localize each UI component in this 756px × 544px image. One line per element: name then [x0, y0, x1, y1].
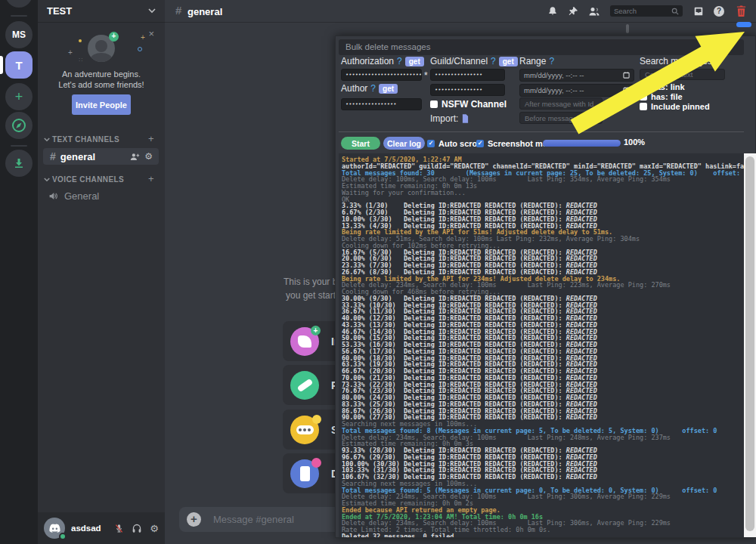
max-date-input[interactable]: mm/dd/yyyy, --:-- -- — [519, 84, 634, 97]
include-pinned-row[interactable]: Include pinned — [640, 102, 710, 111]
help-link[interactable]: ? — [491, 56, 496, 66]
nsfw-checkbox-row[interactable]: NSFW Channel — [430, 99, 507, 110]
author-input[interactable]: •••••••••••••••• — [341, 98, 422, 110]
after-message-id-input[interactable]: After message with Id — [519, 97, 603, 110]
help-link[interactable]: ? — [715, 56, 720, 66]
help-link[interactable]: ? — [370, 83, 376, 94]
panel-title[interactable]: Bulk delete messages — [339, 39, 744, 55]
has-link-checkbox[interactable] — [640, 83, 647, 91]
chat-bubble-icon — [290, 416, 319, 444]
username: asdsad — [71, 524, 101, 533]
close-icon[interactable]: × — [148, 30, 154, 38]
inbox-icon[interactable] — [693, 6, 704, 17]
microphone-muted-icon[interactable] — [114, 524, 124, 533]
containing-text-input[interactable]: Containing text — [640, 69, 725, 80]
auto-scroll-row[interactable]: ✓ Auto scroll — [427, 139, 482, 148]
get-guild-button[interactable]: get — [499, 57, 518, 66]
invite-to-channel-icon[interactable] — [130, 153, 140, 161]
include-pinned-checkbox[interactable] — [640, 103, 647, 110]
progress-fill — [543, 140, 621, 147]
voice-channel-name: General — [64, 190, 99, 202]
get-authorization-button[interactable]: get — [405, 57, 424, 66]
voice-channels-header[interactable]: VOICE CHANNELS — [52, 175, 124, 184]
explore-servers-button[interactable] — [5, 112, 33, 139]
min-date-input[interactable]: mm/dd/yyyy, --:-- -- — [519, 69, 634, 82]
home-button[interactable] — [5, 0, 33, 8]
calendar-icon[interactable] — [623, 72, 630, 79]
sparkle-dots: :: — [79, 56, 83, 63]
member-list-icon[interactable] — [588, 6, 600, 17]
channel-settings-gear-icon[interactable]: ⚙ — [144, 151, 153, 162]
log-output[interactable]: Started at 7/5/2020, 1:22:47 AMauthorId=… — [339, 153, 744, 537]
help-link[interactable]: ? — [549, 56, 554, 66]
calendar-icon[interactable] — [623, 87, 630, 94]
author-label: Author ? get — [341, 83, 398, 94]
sparkle-dot — [79, 39, 82, 42]
pinned-messages-icon[interactable] — [568, 6, 578, 17]
create-channel-icon[interactable]: + — [148, 133, 154, 144]
add-server-button[interactable]: + — [5, 83, 33, 110]
user-settings-gear-icon[interactable]: ⚙ — [150, 523, 159, 534]
invite-card-line1: An adventure begins. — [45, 70, 157, 79]
search-input[interactable]: Search — [610, 5, 683, 17]
avatar[interactable] — [44, 518, 65, 539]
server-button-test[interactable]: T — [5, 51, 33, 79]
divider — [339, 131, 744, 132]
log-line: Deleted 32 messages, 0 failed. — [342, 533, 744, 537]
has-file-row[interactable]: has: file — [640, 92, 683, 101]
download-apps-button[interactable] — [5, 150, 33, 177]
has-file-checkbox[interactable] — [640, 93, 647, 100]
category-collapse-icon[interactable] — [44, 178, 50, 182]
import-file-icon[interactable] — [462, 114, 469, 123]
search-placeholder: Search — [614, 7, 637, 15]
undiscord-trash-icon[interactable] — [736, 5, 747, 17]
invite-people-button[interactable]: Invite People — [72, 94, 131, 115]
log-scrollbar-thumb[interactable] — [745, 156, 754, 531]
nsfw-label: NSFW Channel — [442, 99, 507, 110]
log-line: Waiting for your confirmation... — [342, 190, 744, 196]
get-author-button[interactable]: get — [379, 84, 398, 94]
bulk-delete-panel: Bulk delete messages Authorization ? get… — [335, 36, 756, 538]
has-link-label: has: link — [651, 82, 685, 91]
auto-scroll-label: Auto scroll — [438, 139, 482, 148]
has-link-row[interactable]: has: link — [640, 82, 685, 91]
help-link[interactable]: ? — [397, 56, 402, 66]
screenshot-mode-checkbox[interactable]: ✓ — [476, 140, 484, 147]
channel-input[interactable]: ••••••••••••••• — [430, 84, 505, 96]
message-placeholder: Message #general — [213, 514, 294, 525]
channel-sidebar: TEST × + :: + + An adventure begins. Let… — [38, 0, 165, 544]
voice-channel-item-general[interactable]: General — [48, 190, 99, 202]
clear-log-button[interactable]: Clear log — [383, 137, 425, 150]
nsfw-checkbox[interactable] — [430, 100, 438, 108]
authorization-input[interactable]: •••••••••••••••••••••••••• — [341, 69, 422, 81]
range-label: Range ? — [519, 56, 554, 66]
server-header[interactable]: TEST — [38, 0, 165, 23]
category-collapse-icon[interactable] — [44, 138, 50, 142]
help-icon[interactable]: ? — [714, 6, 724, 17]
include-pinned-label: Include pinned — [651, 102, 710, 111]
undiscord-button-indicator — [736, 22, 751, 27]
import-row: Import: — [430, 113, 469, 124]
phone-icon — [290, 459, 319, 488]
headphones-icon[interactable] — [132, 524, 142, 533]
notifications-bell-icon[interactable] — [547, 6, 558, 17]
channel-item-general[interactable]: # general ⚙ — [43, 148, 159, 165]
sparkle-plus: + — [141, 33, 145, 42]
user-panel: asdsad ⚙ — [38, 512, 165, 544]
authorization-label: Authorization ? get — [341, 56, 424, 66]
text-channels-header[interactable]: TEXT CHANNELS — [52, 135, 119, 144]
server-button-ms[interactable]: MS — [5, 21, 33, 48]
server-rail: MS T + — [0, 0, 38, 544]
speaker-icon — [48, 191, 58, 201]
guild-input[interactable]: ••••••••••••••• — [430, 69, 505, 81]
attach-plus-icon[interactable]: + — [187, 512, 201, 527]
create-channel-icon[interactable]: + — [148, 173, 154, 184]
chat-scrollbar-thumb[interactable] — [626, 24, 629, 33]
invite-wave-icon: + — [290, 327, 319, 356]
add-friend-badge-icon: + — [109, 32, 119, 42]
log-scrollbar[interactable] — [744, 153, 756, 537]
before-message-id-input[interactable]: Before message with Id — [519, 112, 603, 124]
start-button[interactable]: Start — [341, 137, 380, 150]
sparkle-plus: + — [68, 48, 73, 57]
auto-scroll-checkbox[interactable]: ✓ — [427, 140, 435, 147]
